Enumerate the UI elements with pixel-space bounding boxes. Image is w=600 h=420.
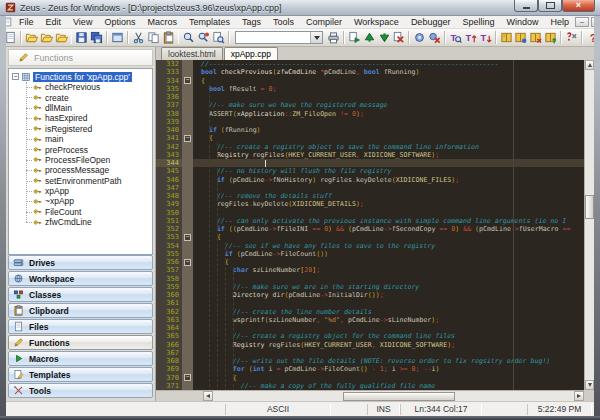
tree-item-create[interactable]: create [17, 92, 152, 102]
code-text[interactable]: { [193, 258, 584, 266]
vertical-scrollbar[interactable] [584, 60, 594, 390]
code-text[interactable]: //-- no history will flush the file regi… [193, 167, 584, 175]
workspace-close-icon[interactable] [528, 30, 543, 46]
search-combobox[interactable] [235, 31, 323, 44]
code-text[interactable] [193, 118, 584, 126]
code-text[interactable]: //-- make sure we are in the starting di… [193, 283, 584, 291]
code-text[interactable]: //-- create the line number details [193, 308, 584, 316]
open-file-icon[interactable] [24, 30, 39, 46]
code-text[interactable]: Registry regFiles(HKEY_CURRENT_USER, XID… [193, 341, 584, 349]
editor-tab-looktest.html[interactable]: looktest.html [161, 47, 223, 60]
menu-file[interactable]: File [13, 16, 40, 28]
sidebar-panel-drives[interactable]: Drives [8, 255, 153, 270]
scroll-down-button[interactable] [585, 380, 594, 390]
tree-item-main[interactable]: main [17, 134, 152, 144]
code-text[interactable] [193, 93, 584, 101]
code-text[interactable] [193, 299, 584, 307]
tree-item-checkPrevious[interactable]: checkPrevious [17, 82, 152, 92]
tree-item-xpApp[interactable]: xpApp [17, 186, 152, 196]
code-text[interactable]: ASSERT(xApplication::ZM_FileOpen != 0); [193, 110, 584, 118]
code-text[interactable]: //-- make a copy of the fully qualified … [193, 382, 584, 390]
tree-item-ProcessFileOpen[interactable]: ProcessFileOpen [17, 155, 152, 165]
code-text[interactable]: //-- write out the file details (NOTE: r… [193, 357, 584, 365]
close-button[interactable]: × [562, 0, 595, 12]
chevron-down-icon[interactable] [310, 32, 322, 43]
tree-item-dllMain[interactable]: dllMain [17, 103, 152, 113]
tree-item-FileCount[interactable]: FileCount [17, 207, 152, 217]
sidebar-panel-files[interactable]: Files [8, 319, 153, 334]
scroll-left-button[interactable] [203, 391, 213, 401]
vertical-scroll-thumb[interactable] [585, 195, 594, 219]
maximize-button[interactable] [538, 0, 562, 12]
save-all-icon[interactable] [89, 30, 104, 46]
workspace-open-icon[interactable] [499, 30, 514, 46]
sidebar-panel-classes[interactable]: Classes [8, 287, 153, 302]
find-in-files-icon[interactable] [211, 30, 226, 46]
code-text[interactable]: Registry regFiles(HKEY_CURRENT_USER, XID… [193, 151, 584, 159]
code-text[interactable]: //-- make sure we have the registered me… [193, 101, 584, 109]
menu-templates[interactable]: Templates [183, 16, 236, 28]
compile-icon[interactable] [347, 30, 362, 46]
menu-compiler[interactable]: Compiler [300, 16, 348, 28]
copy-icon[interactable] [146, 30, 161, 46]
code-text[interactable]: bool checkPrevious(zfwCmdLine *pCmdLine,… [193, 68, 584, 76]
open-quick-icon[interactable] [39, 30, 54, 46]
previous-error-icon[interactable] [362, 30, 377, 46]
code-text[interactable] [193, 275, 584, 283]
tree-item-zfwCmdLine[interactable]: zfwCmdLine [17, 217, 152, 227]
menu-window[interactable]: Window [500, 16, 544, 28]
print-preview-icon[interactable] [110, 30, 125, 46]
code-text[interactable] [193, 209, 584, 217]
scroll-up-button[interactable] [585, 60, 594, 70]
cut-icon[interactable] [131, 30, 146, 46]
next-tag-icon[interactable]: T [463, 30, 478, 46]
code-text[interactable]: regFiles.keyDelete(XIDICONE_DETAILS); [193, 200, 584, 208]
find-next-icon[interactable] [196, 30, 211, 46]
code-text[interactable]: //-- see if we have any files to save to… [193, 242, 584, 250]
sidebar-panel-tools[interactable]: Tools [8, 383, 153, 398]
code-text[interactable]: for (int i = pCmdLine->FileCount() - 1; … [193, 365, 584, 373]
menu-spelling[interactable]: Spelling [456, 16, 500, 28]
code-text[interactable]: { [193, 233, 584, 241]
menu-workspace[interactable]: Workspace [348, 16, 405, 28]
tree-item-hasExpired[interactable]: hasExpired [17, 113, 152, 123]
workspace-save-icon[interactable] [513, 30, 528, 46]
tree-item-isRegistered[interactable]: isRegistered [17, 124, 152, 134]
tree-root-label[interactable]: Functions for 'xpApp.cpp' [33, 72, 132, 82]
code-text[interactable]: //-- create a registry object for the co… [193, 332, 584, 340]
register-icon[interactable] [564, 30, 579, 46]
workspace-build-icon[interactable] [543, 30, 558, 46]
paste-icon[interactable] [161, 30, 176, 46]
code-text[interactable]: //-- can only activate the previous inst… [193, 217, 584, 225]
menu-tags[interactable]: Tags [236, 16, 267, 28]
tree-item-setEnvironmentPath[interactable]: setEnvironmentPath [17, 176, 152, 186]
sidebar-panel-macros[interactable]: Macros [8, 351, 153, 366]
code-text[interactable] [193, 159, 584, 167]
code-text[interactable]: Directory dir(pCmdLine->InitialDir()); [193, 291, 584, 299]
horizontal-scroll-thumb[interactable] [343, 392, 455, 401]
previous-tag-icon[interactable]: T [478, 30, 493, 46]
menu-edit[interactable]: Edit [40, 16, 68, 28]
mdi-minimize-button[interactable]: – [575, 17, 589, 27]
sidebar-panel-clipboard[interactable]: Clipboard [8, 303, 153, 318]
menu-options[interactable]: Options [98, 16, 141, 28]
minimize-button[interactable] [514, 0, 538, 12]
debug-icon[interactable] [412, 30, 427, 46]
code-text[interactable]: { [193, 134, 584, 142]
menu-help[interactable]: Help [544, 16, 575, 28]
find-tag-icon[interactable]: T [448, 30, 463, 46]
open-workspace-icon[interactable] [54, 30, 69, 46]
fold-collapse-icon[interactable]: − [184, 77, 191, 84]
find-icon[interactable] [181, 30, 196, 46]
save-icon[interactable] [74, 30, 89, 46]
code-text[interactable]: if (pCmdLine->FileCount()) [193, 250, 584, 258]
fold-collapse-icon[interactable]: − [184, 259, 191, 266]
code-text[interactable]: //-- remove the details stuff [193, 192, 584, 200]
tree-item-xpApp[interactable]: ~xpApp [17, 196, 152, 206]
editor-tab-xpApp.cpp[interactable]: xpApp.cpp [224, 47, 278, 61]
menu-view[interactable]: View [67, 16, 98, 28]
menu-debugger[interactable]: Debugger [405, 16, 457, 28]
menu-macros[interactable]: Macros [141, 16, 183, 28]
fold-collapse-icon[interactable]: − [184, 135, 191, 142]
code-text[interactable] [193, 324, 584, 332]
